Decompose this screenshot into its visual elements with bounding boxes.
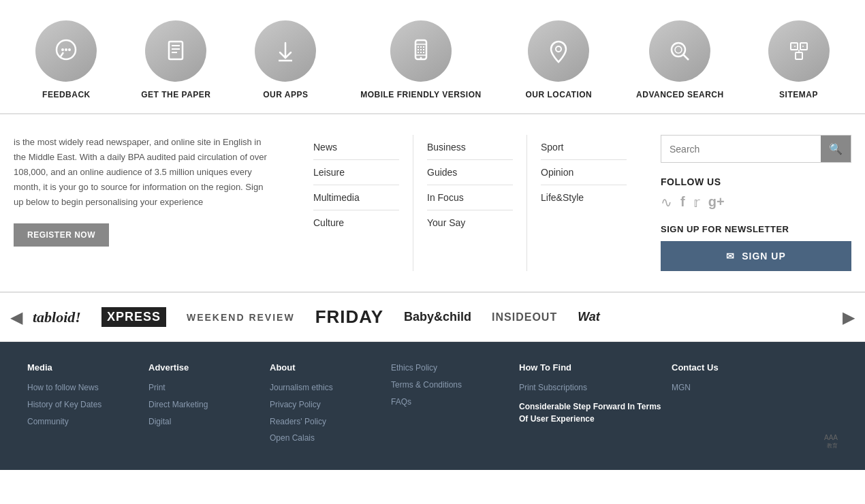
- feedback-icon: [35, 20, 97, 82]
- footer-print-subscriptions[interactable]: Print Subscriptions: [519, 382, 665, 394]
- nav-link-life-style[interactable]: Life&Style: [541, 185, 627, 210]
- email-icon: ✉: [726, 251, 735, 262]
- brand-baby[interactable]: Baby&child: [404, 310, 471, 324]
- nav-col-col2: BusinessGuidesIn FocusYour Say: [413, 135, 527, 271]
- search-button[interactable]: 🔍: [821, 136, 851, 162]
- icon-item-sitemap[interactable]: SITEMAP: [768, 20, 830, 99]
- google-plus-icon[interactable]: g+: [708, 194, 725, 210]
- footer-link-faqs[interactable]: FAQs: [391, 396, 505, 408]
- carousel-prev-button[interactable]: ◀: [7, 308, 26, 327]
- svg-rect-28: [796, 52, 802, 59]
- footer-right-col-0: How To FindPrint SubscriptionsConsiderab…: [519, 362, 665, 450]
- footer-link-how-to-follow-news[interactable]: How to follow News: [27, 382, 142, 394]
- aaa-logo: AAA教育: [824, 434, 838, 450]
- footer-link-terms---conditions[interactable]: Terms & Conditions: [391, 379, 505, 391]
- signup-button[interactable]: ✉ SIGN UP: [661, 241, 851, 271]
- footer-link-ethics-policy[interactable]: Ethics Policy: [391, 362, 505, 374]
- signup-label: SIGN UP: [742, 251, 786, 262]
- newsletter-label: SIGN UP FOR NEWSLETTER: [661, 224, 851, 234]
- svg-rect-18: [423, 49, 424, 50]
- footer-link-readers--policy[interactable]: Readers' Policy: [270, 416, 384, 428]
- get-paper-label: GET THE PAPER: [141, 90, 210, 99]
- get-paper-icon: [145, 20, 206, 82]
- twitter-icon[interactable]: 𝕣: [693, 194, 700, 210]
- footer-right-title-0: How To Find: [519, 362, 665, 373]
- svg-point-1: [61, 48, 64, 51]
- footer-right-col-1: Contact UsMGN: [672, 362, 817, 450]
- svg-point-25: [675, 46, 682, 53]
- svg-rect-14: [420, 46, 422, 48]
- brand-weekend[interactable]: WEEKEND REVIEW: [187, 312, 295, 323]
- footer-col-0: MediaHow to follow NewsHistory of Key Da…: [27, 362, 142, 450]
- icon-item-feedback[interactable]: FEEDBACK: [35, 20, 97, 99]
- mobile-icon: [390, 20, 452, 82]
- location-icon: [528, 20, 589, 82]
- footer-link-community[interactable]: Community: [27, 416, 142, 428]
- svg-rect-17: [420, 49, 422, 50]
- svg-rect-15: [423, 46, 424, 48]
- footer-link-history-of-key-dates[interactable]: History of Key Dates: [27, 399, 142, 411]
- nav-col-col3: SportOpinionLife&Style: [527, 135, 640, 271]
- svg-point-3: [68, 48, 71, 51]
- footer-col-title-0: Media: [27, 362, 142, 373]
- nav-link-multimedia[interactable]: Multimedia: [313, 185, 399, 210]
- search-bar: 🔍: [661, 135, 851, 163]
- brand-insideout[interactable]: INSIDEOUT: [492, 311, 557, 324]
- feedback-label: FEEDBACK: [42, 90, 91, 99]
- nav-link-culture[interactable]: Culture: [313, 210, 399, 235]
- footer-col-2: AboutJournalism ethicsPrivacy PolicyRead…: [270, 362, 384, 450]
- description-text: is the most widely read newspaper, and o…: [14, 135, 272, 210]
- footer-right-link-0[interactable]: MGN: [672, 382, 817, 394]
- icon-item-location[interactable]: OUR LOCATION: [525, 20, 592, 99]
- nav-link-opinion[interactable]: Opinion: [541, 160, 627, 185]
- middle-section: is the most widely read newspaper, and o…: [0, 114, 865, 292]
- icon-item-advanced-search[interactable]: ADVANCED SEARCH: [636, 20, 724, 99]
- svg-line-24: [683, 54, 689, 60]
- icon-item-get-paper[interactable]: GET THE PAPER: [141, 20, 210, 99]
- sitemap-icon: [768, 20, 830, 82]
- carousel-next-button[interactable]: ▶: [839, 308, 858, 327]
- nav-link-guides[interactable]: Guides: [427, 160, 513, 185]
- footer-link-direct-marketing[interactable]: Direct Marketing: [148, 399, 263, 411]
- footer: MediaHow to follow NewsHistory of Key Da…: [0, 342, 865, 470]
- nav-link-leisure[interactable]: Leisure: [313, 160, 399, 185]
- our-apps-label: OUR APPS: [263, 90, 308, 99]
- svg-rect-13: [418, 46, 419, 48]
- our-apps-icon: [255, 20, 316, 82]
- search-input[interactable]: [661, 137, 821, 161]
- icon-item-our-apps[interactable]: OUR APPS: [255, 20, 316, 99]
- nav-link-news[interactable]: News: [313, 135, 399, 160]
- nav-link-your-say[interactable]: Your Say: [427, 210, 513, 235]
- svg-point-22: [556, 46, 561, 52]
- brands-carousel: ◀ tabloid!XPRESSWEEKEND REVIEWFRIDAYBaby…: [0, 292, 865, 342]
- footer-col-1: AdvertisePrintDirect MarketingDigital: [148, 362, 263, 450]
- footer-link-privacy-policy[interactable]: Privacy Policy: [270, 399, 384, 411]
- brand-tabloid[interactable]: tabloid!: [33, 309, 81, 326]
- footer-highlight-text: Considerable Step Forward In Terms Of Us…: [519, 400, 665, 425]
- footer-right-title-1: Contact Us: [672, 362, 817, 373]
- footer-link-print[interactable]: Print: [148, 382, 263, 394]
- register-now-button[interactable]: REGISTER NOW: [14, 223, 109, 247]
- description-box: is the most widely read newspaper, and o…: [14, 135, 286, 271]
- brand-friday[interactable]: FRIDAY: [315, 306, 383, 328]
- rss-icon[interactable]: ∿: [661, 194, 672, 210]
- brand-wat[interactable]: Wat: [578, 310, 600, 324]
- icon-item-mobile[interactable]: MOBILE FRIENDLY VERSION: [360, 20, 482, 99]
- right-panel: 🔍 FOLLOW US ∿ f 𝕣 g+ SIGN UP FOR NEWSLET…: [654, 135, 851, 271]
- sitemap-label: SITEMAP: [779, 90, 818, 99]
- footer-right-columns: How To FindPrint SubscriptionsConsiderab…: [519, 362, 838, 450]
- nav-link-sport[interactable]: Sport: [541, 135, 627, 160]
- advanced-search-icon: [649, 20, 710, 82]
- svg-point-2: [65, 48, 67, 51]
- svg-rect-4: [169, 42, 183, 59]
- nav-columns: NewsLeisureMultimediaCultureBusinessGuid…: [300, 135, 640, 271]
- footer-link-journalism-ethics[interactable]: Journalism ethics: [270, 382, 384, 394]
- svg-rect-20: [420, 52, 422, 53]
- nav-link-in-focus[interactable]: In Focus: [427, 185, 513, 210]
- svg-rect-16: [418, 49, 419, 50]
- brand-xpress[interactable]: XPRESS: [101, 307, 166, 327]
- footer-link-open-calais[interactable]: Open Calais: [270, 432, 384, 444]
- footer-link-digital[interactable]: Digital: [148, 416, 263, 428]
- nav-link-business[interactable]: Business: [427, 135, 513, 160]
- facebook-icon[interactable]: f: [680, 194, 685, 210]
